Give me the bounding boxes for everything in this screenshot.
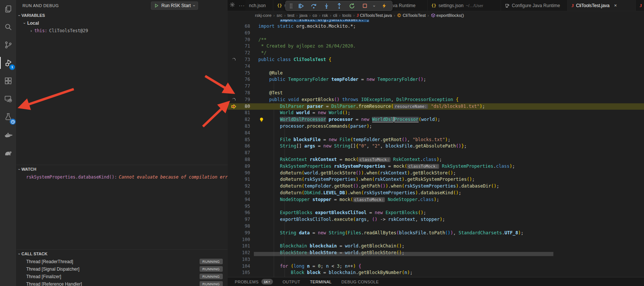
code-line-72[interactable]: 72 */ xyxy=(228,50,644,57)
restart-button[interactable] xyxy=(346,1,358,10)
variables-header[interactable]: › VARIABLES xyxy=(16,11,228,19)
code-line-93[interactable]: 93 doReturn(DbKind.LEVEL_DB).when(rskSys… xyxy=(228,190,644,197)
source-control-icon[interactable] xyxy=(0,36,16,54)
line-number: 88 xyxy=(240,156,258,163)
code-line-86[interactable]: 86 String[] args = new String[]{"0", "2"… xyxy=(228,143,644,150)
code-line-82[interactable]: 82 WorldDslProcessor processor = new Wor… xyxy=(228,116,644,123)
watch-expression[interactable]: rskSystemProperties.databaseKind(): Cann… xyxy=(16,173,228,181)
continue-button[interactable] xyxy=(295,1,307,10)
breadcrumb-item[interactable]: rskj-core xyxy=(255,13,271,18)
breadcrumb-item[interactable]: co xyxy=(313,13,317,18)
code-line-103[interactable]: 103 xyxy=(228,256,644,263)
code-line-105[interactable]: 105 Block block = blockchain.getBlockByN… xyxy=(228,270,644,276)
code-line-68[interactable]: 68import static org.mockito.Mockito.*; xyxy=(228,23,644,30)
stop-dropdown-chevron-icon[interactable]: › xyxy=(372,1,377,10)
testing-beaker-icon[interactable] xyxy=(0,108,16,126)
breadcrumb-item-file[interactable]: CliToolsTest.java xyxy=(360,13,392,18)
gradle-elephant-icon[interactable] xyxy=(0,144,16,162)
panel-tab-output[interactable]: OUTPUT xyxy=(283,280,300,284)
fold-icon[interactable] xyxy=(228,97,240,103)
code-line-90[interactable]: 90 doReturn(world.getBlockStore()).when(… xyxy=(228,170,644,177)
code-text: WorldDslProcessor processor = new WorldD… xyxy=(258,116,440,123)
code-line-85[interactable]: 85 File blocksFile = new File(tempFolder… xyxy=(228,137,644,143)
toolbar-grip-icon[interactable] xyxy=(288,1,294,10)
breadcrumb-item-class[interactable]: CliToolsTest xyxy=(402,13,425,18)
code-line-clipped[interactable]: import static org.junit.Assert.*; xyxy=(228,19,644,23)
code-line-73[interactable]: 73public class CliToolsTest { xyxy=(228,57,644,63)
step-out-button[interactable] xyxy=(334,1,345,10)
close-icon[interactable]: × xyxy=(614,3,617,8)
code-line-83[interactable]: 83 processor.processCommands(parser); xyxy=(228,123,644,130)
tab-settings-json-user[interactable]: {} settings.json ~/…/User xyxy=(428,0,501,11)
tab-launch-json[interactable]: nch.json xyxy=(245,0,273,11)
code-line-80[interactable]: 80 DslParser parser = DslParser.fromReso… xyxy=(228,103,644,110)
remote-explorer-icon[interactable] xyxy=(0,90,16,108)
code-line-94[interactable]: 94 NodeStopper stopper = mock(classToMoc… xyxy=(228,197,644,203)
thread-row[interactable]: Thread [Signal Dispatcher] RUNNING xyxy=(16,265,228,273)
breadcrumb-item[interactable]: cli xyxy=(333,13,337,18)
code-line-87[interactable]: 87 xyxy=(228,150,644,156)
thread-row[interactable]: Thread [ReaderThread] RUNNING xyxy=(16,258,228,265)
code-line-79[interactable]: 79 public void exportBlocks() throws IOE… xyxy=(228,97,644,103)
step-into-button[interactable] xyxy=(321,1,332,10)
more-actions-icon[interactable]: ··· xyxy=(239,3,245,8)
code-line-69[interactable]: 69 xyxy=(228,30,644,37)
breadcrumb-item[interactable]: rsk xyxy=(322,13,328,18)
code-line-88[interactable]: 88 RskContext rskContext = mock(classToM… xyxy=(228,156,644,163)
tab-clitoolstest-java[interactable]: J CliToolsTest.java × xyxy=(568,0,636,11)
tab-overflow-java[interactable]: J CliToolsTest.java xyxy=(636,0,644,11)
code-line-77[interactable]: 77 xyxy=(228,83,644,90)
code-line-70[interactable]: 70/** xyxy=(228,37,644,43)
search-icon[interactable] xyxy=(0,18,16,36)
fold-icon[interactable] xyxy=(228,57,240,63)
breadcrumb-item[interactable]: test xyxy=(288,13,295,18)
code-line-74[interactable]: 74 xyxy=(228,63,644,70)
run-and-debug-icon[interactable]: 1 xyxy=(0,54,16,72)
code-line-101[interactable]: 101 Blockchain blockchain = world.getBlo… xyxy=(228,243,644,250)
line-number: 92 xyxy=(240,183,258,190)
panel-tab-terminal[interactable]: TERMINAL xyxy=(310,280,332,284)
watch-header[interactable]: › WATCH xyxy=(16,165,228,173)
breadcrumb-item-method[interactable]: exportBlocks() xyxy=(437,13,464,18)
code-line-78[interactable]: 78 @Test xyxy=(228,90,644,97)
breadcrumb-item[interactable]: java xyxy=(300,13,307,18)
step-over-button[interactable] xyxy=(308,1,319,10)
panel-tab-problems[interactable]: PROBLEMS 1K+ xyxy=(235,279,273,285)
code-line-91[interactable]: 91 doReturn(rskSystemProperties).when(rs… xyxy=(228,176,644,183)
code-line-76[interactable]: 76 public TemporaryFolder tempFolder = n… xyxy=(228,76,644,83)
code-text: for (long n = 0; n < 3; n++) { xyxy=(258,263,361,270)
explorer-icon[interactable] xyxy=(0,0,16,18)
hot-code-replace-button[interactable] xyxy=(379,1,390,10)
code-line-84[interactable]: 84 xyxy=(228,130,644,137)
panel-tab-debug-console[interactable]: DEBUG CONSOLE xyxy=(341,280,379,284)
tab-configure-java-runtime-2[interactable]: Configure Java Runtime xyxy=(501,0,568,11)
code-line-100[interactable]: 100 xyxy=(228,237,644,243)
variables-scope-local[interactable]: › Local xyxy=(16,19,228,27)
line-number: 97 xyxy=(240,216,258,223)
thread-row[interactable]: Thread [Reference Handler] RUNNING xyxy=(16,280,228,286)
code-line-81[interactable]: 81 World world = new World(); xyxy=(228,110,644,116)
run-config-dropdown[interactable]: Run RSK Start › xyxy=(151,1,198,10)
code-line-104[interactable]: 104 for (long n = 0; n < 3; n++) { xyxy=(228,263,644,270)
code-line-75[interactable]: 75 @Rule xyxy=(228,70,644,77)
code-line-98[interactable]: 98 xyxy=(228,223,644,230)
horizontal-scrollbar[interactable] xyxy=(254,252,553,256)
code-editor[interactable]: import static org.junit.Assert.*;68impor… xyxy=(228,19,644,277)
extensions-icon[interactable] xyxy=(0,72,16,90)
gear-icon[interactable] xyxy=(230,2,235,9)
docker-icon[interactable] xyxy=(0,126,16,144)
code-line-96[interactable]: 96 ExportBlocks exportBlocksCliTool = ne… xyxy=(228,210,644,216)
debug-current-line-icon[interactable] xyxy=(228,103,240,110)
code-line-99[interactable]: 99 String data = new String(Files.readAl… xyxy=(228,230,644,237)
call-stack-header[interactable]: › CALL STACK xyxy=(16,250,228,258)
stop-button[interactable] xyxy=(359,1,370,10)
code-line-97[interactable]: 97 exportBlocksCliTool.execute(args, () … xyxy=(228,216,644,223)
thread-row[interactable]: Thread [Finalizer] RUNNING xyxy=(16,273,228,280)
code-line-89[interactable]: 89 RskSystemProperties rskSystemProperti… xyxy=(228,163,644,170)
breadcrumb-item[interactable]: src xyxy=(277,13,282,18)
variable-this[interactable]: › this: CliToolsTest@29 xyxy=(16,27,228,34)
breadcrumb-item[interactable]: tools xyxy=(342,13,351,18)
code-line-95[interactable]: 95 xyxy=(228,203,644,210)
code-line-92[interactable]: 92 doReturn(tempFolder.getRoot().getPath… xyxy=(228,183,644,190)
code-line-71[interactable]: 71 * Created by ajlopez on 26/04/2020. xyxy=(228,43,644,50)
